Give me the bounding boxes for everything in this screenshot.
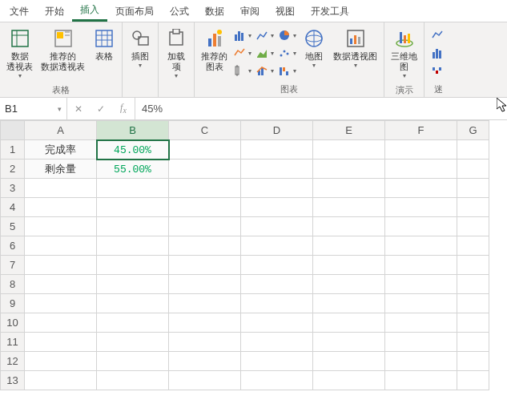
row-header-6[interactable]: 6: [1, 236, 25, 256]
row-header-2[interactable]: 2: [1, 160, 25, 179]
addins-button[interactable]: 加载 项 ▾: [162, 24, 191, 83]
cell[interactable]: [457, 294, 489, 313]
cell[interactable]: [457, 256, 489, 275]
row-header-10[interactable]: 10: [1, 313, 25, 333]
cell-A1[interactable]: 完成率: [25, 140, 97, 160]
enter-button[interactable]: ✓: [90, 98, 112, 119]
cell[interactable]: [313, 256, 385, 275]
cell[interactable]: [169, 160, 241, 179]
select-all-corner[interactable]: [1, 121, 25, 140]
cell[interactable]: [169, 217, 241, 236]
column-header-C[interactable]: C: [169, 121, 241, 140]
cell[interactable]: [313, 313, 385, 333]
row-header-12[interactable]: 12: [1, 352, 25, 371]
cell[interactable]: [313, 294, 385, 313]
sparkline-winloss-button[interactable]: [428, 63, 449, 79]
cell[interactable]: [241, 313, 313, 333]
row-header-13[interactable]: 13: [1, 371, 25, 390]
cell[interactable]: [457, 217, 489, 236]
cell[interactable]: [97, 333, 169, 352]
tab-formulas[interactable]: 公式: [162, 2, 197, 21]
cell[interactable]: [25, 179, 97, 198]
tab-review[interactable]: 审阅: [232, 2, 268, 21]
cell[interactable]: [385, 140, 457, 160]
cell[interactable]: [169, 198, 241, 217]
row-header-4[interactable]: 4: [1, 198, 25, 217]
cell[interactable]: [385, 217, 457, 236]
tab-insert[interactable]: 插入: [72, 0, 107, 22]
cell[interactable]: [457, 160, 489, 179]
cell[interactable]: [313, 236, 385, 256]
line-chart-button[interactable]: ▾: [255, 27, 276, 43]
formula-input[interactable]: [135, 98, 507, 119]
cell[interactable]: [25, 275, 97, 294]
cell[interactable]: [169, 352, 241, 371]
cell[interactable]: [457, 275, 489, 294]
cell[interactable]: [313, 160, 385, 179]
cell[interactable]: [385, 256, 457, 275]
cell-B1[interactable]: 45.00%: [97, 140, 169, 160]
cell[interactable]: [385, 275, 457, 294]
column-header-A[interactable]: A: [25, 121, 97, 140]
cell-B2[interactable]: 55.00%: [97, 160, 169, 179]
column-header-G[interactable]: G: [457, 121, 489, 140]
cell[interactable]: [97, 352, 169, 371]
cell[interactable]: [97, 294, 169, 313]
cell[interactable]: [457, 371, 489, 390]
cell[interactable]: [97, 198, 169, 217]
cell[interactable]: [169, 371, 241, 390]
cell[interactable]: [457, 333, 489, 352]
pivot-table-button[interactable]: 数据 透视表 ▾: [3, 24, 36, 83]
cell[interactable]: [25, 371, 97, 390]
column-header-D[interactable]: D: [241, 121, 313, 140]
row-header-9[interactable]: 9: [1, 294, 25, 313]
cell[interactable]: [169, 275, 241, 294]
cell[interactable]: [241, 217, 313, 236]
pivot-chart-button[interactable]: 数据透视图 ▾: [330, 24, 380, 72]
cell[interactable]: [457, 352, 489, 371]
cell[interactable]: [25, 198, 97, 217]
cell[interactable]: [241, 256, 313, 275]
tab-data[interactable]: 数据: [197, 2, 232, 21]
row-header-7[interactable]: 7: [1, 256, 25, 275]
cell[interactable]: [241, 352, 313, 371]
cell[interactable]: [313, 198, 385, 217]
cell[interactable]: [241, 371, 313, 390]
name-box[interactable]: B1 ▾: [0, 98, 67, 119]
cell[interactable]: [457, 198, 489, 217]
cell[interactable]: [313, 140, 385, 160]
column-header-B[interactable]: B: [97, 121, 169, 140]
cell[interactable]: [97, 313, 169, 333]
cell[interactable]: [313, 371, 385, 390]
cell[interactable]: [169, 313, 241, 333]
cell[interactable]: [97, 217, 169, 236]
cell[interactable]: [241, 160, 313, 179]
spreadsheet-grid[interactable]: A B C D E F G 1 完成率 45.00% 2 剩余量 55.00%: [0, 120, 507, 390]
waterfall-chart-button[interactable]: ▾: [277, 63, 298, 79]
illustrations-button[interactable]: 插图 ▾: [126, 24, 155, 72]
column-header-F[interactable]: F: [385, 121, 457, 140]
cell[interactable]: [457, 179, 489, 198]
cell[interactable]: [25, 313, 97, 333]
cell[interactable]: [313, 217, 385, 236]
cell[interactable]: [385, 371, 457, 390]
cell[interactable]: [313, 352, 385, 371]
cell[interactable]: [385, 313, 457, 333]
row-header-11[interactable]: 11: [1, 333, 25, 352]
cell[interactable]: [25, 217, 97, 236]
column-chart-button[interactable]: ▾: [232, 27, 253, 43]
hierarchy-chart-button[interactable]: ▾: [232, 45, 253, 61]
tab-developer[interactable]: 开发工具: [303, 2, 357, 21]
recommended-charts-button[interactable]: 推荐的 图表: [198, 24, 231, 75]
tab-page-layout[interactable]: 页面布局: [107, 2, 162, 21]
cell[interactable]: [241, 294, 313, 313]
cell[interactable]: [169, 333, 241, 352]
cell[interactable]: [25, 236, 97, 256]
cell[interactable]: [241, 140, 313, 160]
sparkline-column-button[interactable]: [428, 45, 449, 61]
cell[interactable]: [313, 333, 385, 352]
cell[interactable]: [169, 140, 241, 160]
cell[interactable]: [241, 179, 313, 198]
cell-A2[interactable]: 剩余量: [25, 160, 97, 179]
cell[interactable]: [169, 294, 241, 313]
